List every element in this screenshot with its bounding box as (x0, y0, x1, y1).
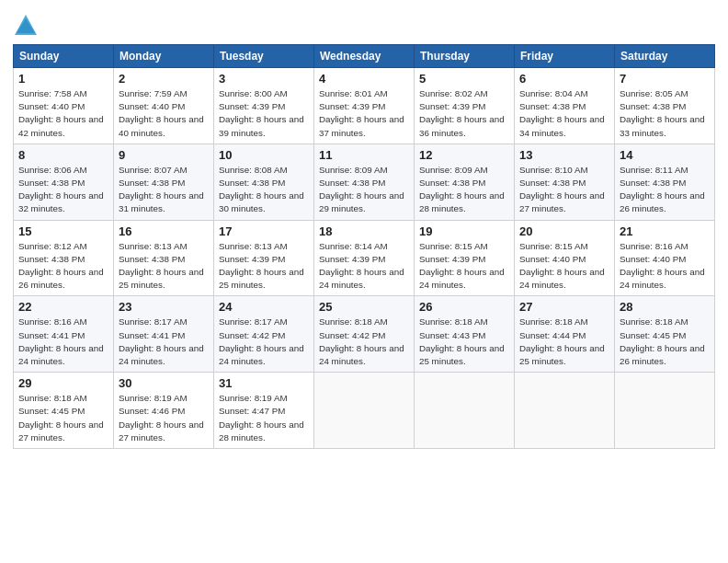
calendar-cell: 17Sunrise: 8:13 AMSunset: 4:39 PMDayligh… (214, 220, 314, 296)
calendar-cell: 10Sunrise: 8:08 AMSunset: 4:38 PMDayligh… (214, 144, 314, 220)
day-number: 13 (519, 148, 609, 162)
day-info: Sunrise: 8:10 AMSunset: 4:38 PMDaylight:… (519, 165, 605, 214)
calendar-cell: 12Sunrise: 8:09 AMSunset: 4:38 PMDayligh… (415, 144, 515, 220)
day-number: 19 (419, 224, 509, 238)
svg-marker-1 (17, 18, 35, 33)
header (13, 9, 715, 39)
col-header-monday: Monday (114, 45, 214, 68)
day-number: 30 (119, 376, 209, 390)
day-number: 18 (319, 224, 409, 238)
col-header-wednesday: Wednesday (314, 45, 415, 68)
day-number: 12 (419, 148, 509, 162)
day-number: 20 (519, 224, 609, 238)
calendar-cell (615, 373, 715, 449)
day-number: 16 (119, 224, 209, 238)
day-number: 28 (620, 300, 710, 314)
calendar-cell: 7Sunrise: 8:05 AMSunset: 4:38 PMDaylight… (615, 68, 715, 144)
day-number: 14 (620, 148, 710, 162)
calendar-cell: 23Sunrise: 8:17 AMSunset: 4:41 PMDayligh… (114, 296, 214, 373)
calendar-cell: 19Sunrise: 8:15 AMSunset: 4:39 PMDayligh… (415, 220, 515, 296)
day-number: 4 (319, 72, 409, 86)
day-info: Sunrise: 8:02 AMSunset: 4:39 PMDaylight:… (419, 88, 505, 138)
day-info: Sunrise: 8:06 AMSunset: 4:38 PMDaylight:… (18, 165, 104, 214)
day-info: Sunrise: 8:15 AMSunset: 4:39 PMDaylight:… (419, 241, 505, 291)
calendar-cell: 14Sunrise: 8:11 AMSunset: 4:38 PMDayligh… (615, 144, 715, 220)
week-row-2: 8Sunrise: 8:06 AMSunset: 4:38 PMDaylight… (14, 144, 715, 220)
calendar-cell (515, 373, 615, 449)
calendar-cell: 27Sunrise: 8:18 AMSunset: 4:44 PMDayligh… (515, 296, 615, 373)
day-number: 21 (620, 224, 710, 238)
day-info: Sunrise: 8:09 AMSunset: 4:38 PMDaylight:… (419, 165, 505, 214)
day-number: 31 (219, 376, 309, 390)
day-info: Sunrise: 8:15 AMSunset: 4:40 PMDaylight:… (519, 241, 605, 291)
day-number: 9 (119, 148, 209, 162)
calendar-cell: 30Sunrise: 8:19 AMSunset: 4:46 PMDayligh… (114, 373, 214, 449)
day-number: 22 (18, 300, 108, 314)
calendar-cell: 8Sunrise: 8:06 AMSunset: 4:38 PMDaylight… (14, 144, 114, 220)
day-info: Sunrise: 8:13 AMSunset: 4:38 PMDaylight:… (119, 241, 204, 291)
day-number: 10 (219, 148, 309, 162)
day-info: Sunrise: 8:18 AMSunset: 4:45 PMDaylight:… (18, 393, 104, 442)
day-number: 27 (519, 300, 609, 314)
day-number: 5 (419, 72, 509, 86)
day-info: Sunrise: 7:59 AMSunset: 4:40 PMDaylight:… (119, 88, 204, 138)
day-info: Sunrise: 8:05 AMSunset: 4:38 PMDaylight:… (620, 88, 705, 138)
calendar-cell (314, 373, 415, 449)
calendar-cell: 25Sunrise: 8:18 AMSunset: 4:42 PMDayligh… (314, 296, 415, 373)
calendar-cell: 20Sunrise: 8:15 AMSunset: 4:40 PMDayligh… (515, 220, 615, 296)
day-info: Sunrise: 8:16 AMSunset: 4:40 PMDaylight:… (620, 241, 705, 291)
day-number: 8 (18, 148, 108, 162)
calendar-cell: 5Sunrise: 8:02 AMSunset: 4:39 PMDaylight… (415, 68, 515, 144)
header-row: SundayMondayTuesdayWednesdayThursdayFrid… (14, 45, 715, 68)
day-number: 17 (219, 224, 309, 238)
day-info: Sunrise: 8:18 AMSunset: 4:45 PMDaylight:… (620, 316, 705, 366)
week-row-4: 22Sunrise: 8:16 AMSunset: 4:41 PMDayligh… (14, 296, 715, 373)
calendar-cell: 9Sunrise: 8:07 AMSunset: 4:38 PMDaylight… (114, 144, 214, 220)
calendar-cell: 6Sunrise: 8:04 AMSunset: 4:38 PMDaylight… (515, 68, 615, 144)
day-number: 25 (319, 300, 409, 314)
week-row-1: 1Sunrise: 7:58 AMSunset: 4:40 PMDaylight… (14, 68, 715, 144)
day-info: Sunrise: 8:11 AMSunset: 4:38 PMDaylight:… (620, 165, 705, 214)
day-info: Sunrise: 8:00 AMSunset: 4:39 PMDaylight:… (219, 88, 304, 138)
day-number: 2 (119, 72, 209, 86)
day-number: 23 (119, 300, 209, 314)
calendar-cell: 22Sunrise: 8:16 AMSunset: 4:41 PMDayligh… (14, 296, 114, 373)
day-info: Sunrise: 7:58 AMSunset: 4:40 PMDaylight:… (18, 88, 104, 138)
day-info: Sunrise: 8:14 AMSunset: 4:39 PMDaylight:… (319, 241, 404, 291)
calendar-cell: 31Sunrise: 8:19 AMSunset: 4:47 PMDayligh… (214, 373, 314, 449)
calendar-cell: 24Sunrise: 8:17 AMSunset: 4:42 PMDayligh… (214, 296, 314, 373)
col-header-friday: Friday (515, 45, 615, 68)
calendar-cell: 29Sunrise: 8:18 AMSunset: 4:45 PMDayligh… (14, 373, 114, 449)
calendar-cell: 15Sunrise: 8:12 AMSunset: 4:38 PMDayligh… (14, 220, 114, 296)
calendar-cell: 18Sunrise: 8:14 AMSunset: 4:39 PMDayligh… (314, 220, 415, 296)
week-row-3: 15Sunrise: 8:12 AMSunset: 4:38 PMDayligh… (14, 220, 715, 296)
day-info: Sunrise: 8:17 AMSunset: 4:41 PMDaylight:… (119, 316, 204, 366)
calendar-cell: 11Sunrise: 8:09 AMSunset: 4:38 PMDayligh… (314, 144, 415, 220)
calendar-cell: 2Sunrise: 7:59 AMSunset: 4:40 PMDaylight… (114, 68, 214, 144)
day-info: Sunrise: 8:12 AMSunset: 4:38 PMDaylight:… (18, 241, 104, 291)
day-number: 11 (319, 148, 409, 162)
col-header-tuesday: Tuesday (214, 45, 314, 68)
calendar-cell: 1Sunrise: 7:58 AMSunset: 4:40 PMDaylight… (14, 68, 114, 144)
logo-icon (13, 13, 39, 39)
day-info: Sunrise: 8:01 AMSunset: 4:39 PMDaylight:… (319, 88, 404, 138)
day-number: 7 (620, 72, 710, 86)
calendar-cell: 28Sunrise: 8:18 AMSunset: 4:45 PMDayligh… (615, 296, 715, 373)
day-number: 15 (18, 224, 108, 238)
day-info: Sunrise: 8:07 AMSunset: 4:38 PMDaylight:… (119, 165, 204, 214)
day-info: Sunrise: 8:13 AMSunset: 4:39 PMDaylight:… (219, 241, 304, 291)
day-number: 24 (219, 300, 309, 314)
col-header-saturday: Saturday (615, 45, 715, 68)
day-info: Sunrise: 8:18 AMSunset: 4:43 PMDaylight:… (419, 316, 505, 366)
day-number: 6 (519, 72, 609, 86)
calendar-cell: 26Sunrise: 8:18 AMSunset: 4:43 PMDayligh… (415, 296, 515, 373)
day-info: Sunrise: 8:17 AMSunset: 4:42 PMDaylight:… (219, 316, 304, 366)
col-header-thursday: Thursday (415, 45, 515, 68)
week-row-5: 29Sunrise: 8:18 AMSunset: 4:45 PMDayligh… (14, 373, 715, 449)
day-info: Sunrise: 8:18 AMSunset: 4:44 PMDaylight:… (519, 316, 605, 366)
calendar-cell (415, 373, 515, 449)
day-number: 3 (219, 72, 309, 86)
calendar-cell: 16Sunrise: 8:13 AMSunset: 4:38 PMDayligh… (114, 220, 214, 296)
calendar-cell: 4Sunrise: 8:01 AMSunset: 4:39 PMDaylight… (314, 68, 415, 144)
col-header-sunday: Sunday (14, 45, 114, 68)
